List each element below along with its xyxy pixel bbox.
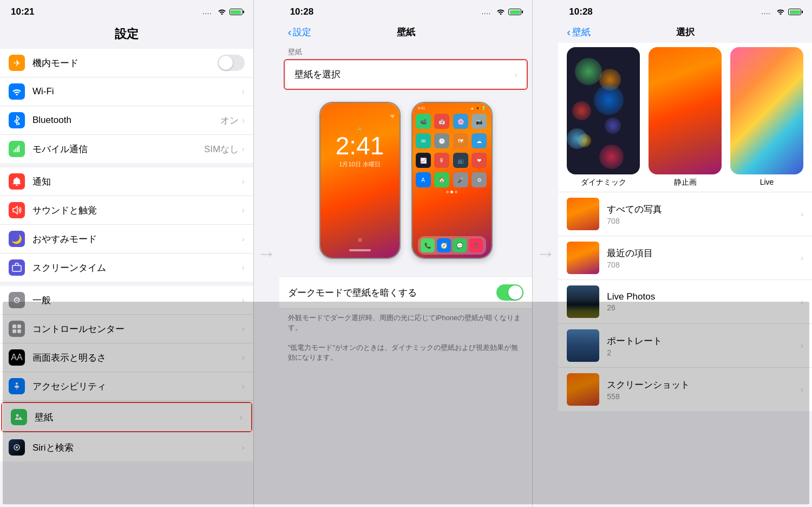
home-bar	[349, 249, 371, 251]
battery-icon-1	[230, 9, 243, 15]
lock-date: 1月10日 水曜日	[336, 160, 384, 168]
settings-item-donotdisturb[interactable]: 🌙 おやすみモード ›	[0, 225, 253, 253]
dark-mode-toggle[interactable]	[496, 284, 523, 301]
photo-category-all[interactable]: すべての写真 708 ›	[558, 192, 812, 236]
dock-music: 🎵	[469, 238, 483, 252]
status-icons-1: ....	[202, 8, 243, 16]
select-wallpaper-chevron: ›	[515, 70, 518, 79]
app-calendar: 📅	[434, 114, 449, 129]
selection-nav-title: 選択	[676, 26, 695, 38]
app-appstore: A	[416, 172, 431, 187]
notifications-icon	[9, 173, 25, 190]
svg-rect-1	[15, 148, 16, 152]
selection-back-button[interactable]: ‹ 壁紙	[567, 26, 591, 38]
sounds-icon	[9, 202, 25, 218]
bokeh-blue	[594, 85, 624, 115]
dot-3	[455, 191, 457, 193]
app-health: ❤	[472, 153, 487, 168]
wallpaper-type-static[interactable]: 静止画	[646, 47, 724, 187]
selection-panel: 10:28 .... ‹ 壁紙 選択	[558, 0, 812, 507]
wifi-label: Wi-Fi	[32, 86, 242, 97]
status-bar-1: 10:21 ....	[0, 0, 253, 22]
airplane-toggle[interactable]	[218, 55, 245, 71]
settings-item-sounds[interactable]: サウンドと触覚 ›	[0, 196, 253, 225]
signal-icon-3: ....	[761, 8, 773, 16]
status-icons-2: ....	[482, 8, 522, 16]
status-time-3: 10:28	[569, 6, 592, 17]
toggle-knob	[219, 56, 233, 70]
svg-rect-3	[18, 145, 19, 152]
settings-item-mobile[interactable]: モバイル通信 SIMなし ›	[0, 135, 253, 163]
recent-thumb	[567, 242, 599, 274]
app-facetime: 📹	[416, 114, 431, 129]
screentime-chevron: ›	[242, 263, 245, 272]
status-icons-3: ....	[761, 8, 801, 16]
livephotos-name: Live Photos	[607, 291, 801, 302]
live-thumb-img	[730, 47, 803, 174]
dock-safari: 🧭	[437, 238, 451, 252]
all-photos-name: すべての写真	[607, 203, 801, 216]
settings-title-bar: 設定	[0, 22, 253, 49]
home-time-small: 9:41	[418, 106, 425, 110]
mobile-label: モバイル通信	[32, 143, 204, 155]
airplane-label: 機内モード	[32, 57, 218, 69]
bluetooth-label: Bluetooth	[32, 115, 220, 126]
settings-item-notifications[interactable]: 通知 ›	[0, 167, 253, 196]
settings-item-airplane[interactable]: ✈ 機内モード	[0, 49, 253, 77]
phone-status-top	[390, 114, 400, 119]
static-thumb-img	[649, 47, 722, 174]
app-podcasts: 🎙	[434, 153, 449, 168]
dot-1	[446, 191, 449, 193]
bokeh-red	[572, 101, 591, 120]
bluetooth-chevron: ›	[242, 116, 245, 125]
donotdisturb-chevron: ›	[242, 235, 245, 243]
app-grid-4: A 🏠 🎤 ⚙	[415, 171, 489, 188]
home-status-icons: ▲ ◾ 🔋	[470, 106, 486, 110]
lock-notch	[358, 238, 362, 242]
app-grid-3: 📈 🎙 📺 ❤	[415, 152, 489, 169]
phone-wifi-small	[390, 114, 395, 119]
bokeh-pink	[599, 145, 624, 169]
settings-item-wifi[interactable]: Wi-Fi ›	[0, 77, 253, 106]
select-wallpaper-highlight: 壁紙を選択 ›	[284, 59, 528, 90]
mobile-chevron: ›	[242, 145, 245, 153]
lock-time: 2:41	[336, 133, 384, 158]
wallpaper-back-button[interactable]: ‹ 設定	[288, 26, 312, 38]
arrow-1: →	[254, 0, 279, 507]
settings-section-2: 通知 › サウンドと触覚 › 🌙 おやすみモード › スクリーンタイム	[0, 167, 253, 282]
bokeh-cyan	[567, 128, 587, 149]
wallpaper-nav-bar: ‹ 設定 壁紙	[279, 22, 533, 43]
app-photos: 🌸	[453, 114, 468, 129]
select-wallpaper-row[interactable]: 壁紙を選択 ›	[286, 60, 526, 89]
settings-title: 設定	[115, 27, 139, 41]
wallpaper-type-dynamic[interactable]: ダイナミック	[565, 47, 642, 187]
app-appletv: 📺	[453, 153, 468, 168]
photo-category-recent[interactable]: 最近の項目 708 ›	[558, 236, 812, 280]
all-photos-thumb-img	[567, 198, 599, 230]
airplane-icon: ✈	[9, 55, 25, 71]
settings-item-bluetooth[interactable]: Bluetooth オン ›	[0, 106, 253, 135]
static-label: 静止画	[674, 178, 697, 187]
dock-phone: 📞	[421, 238, 435, 252]
status-time-1: 10:21	[11, 6, 34, 17]
status-bar-2: 10:28 ....	[279, 0, 533, 22]
svg-rect-0	[14, 150, 15, 152]
static-thumb-content	[649, 47, 722, 174]
settings-item-screentime[interactable]: スクリーンタイム ›	[0, 253, 253, 282]
bokeh-purple	[605, 118, 621, 134]
selection-nav-bar: ‹ 壁紙 選択	[558, 22, 812, 43]
all-photos-info: すべての写真 708	[607, 203, 801, 225]
app-camera: 📷	[472, 114, 487, 129]
wifi-icon-3	[776, 8, 785, 16]
wallpaper-type-live[interactable]: Live	[728, 47, 806, 187]
portrait-silhouette	[567, 329, 599, 362]
photo-category-portrait[interactable]: ポートレート 2 ›	[558, 324, 812, 368]
donotdisturb-label: おやすみモード	[32, 233, 242, 245]
screentime-icon	[9, 259, 25, 276]
app-mail: ✉	[416, 133, 431, 148]
portrait-thumb	[567, 329, 599, 362]
bluetooth-value: オン	[220, 114, 239, 127]
wifi-icon-2	[496, 8, 505, 16]
toggle-on-knob	[508, 285, 522, 300]
home-status: 9:41 ▲ ◾ 🔋	[415, 106, 489, 110]
